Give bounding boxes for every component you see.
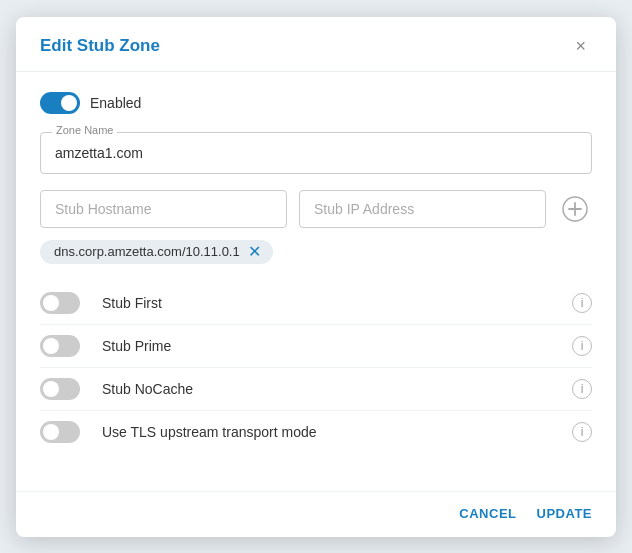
tls-upstream-label: Use TLS upstream transport mode	[102, 424, 558, 440]
enabled-toggle[interactable]	[40, 92, 80, 114]
stub-first-row: Stub First i	[40, 282, 592, 324]
stub-nocache-row: Stub NoCache i	[40, 367, 592, 410]
stub-prime-toggle[interactable]	[40, 335, 80, 357]
tls-upstream-slider	[40, 421, 80, 443]
stub-ip-input[interactable]	[299, 190, 546, 228]
enabled-toggle-row: Enabled	[40, 92, 592, 114]
edit-stub-zone-dialog: Edit Stub Zone × Enabled Zone Name	[16, 17, 616, 537]
add-stub-button[interactable]	[558, 192, 592, 226]
dialog-footer: CANCEL UPDATE	[16, 491, 616, 537]
chip-label: dns.corp.amzetta.com/10.11.0.1	[54, 244, 240, 259]
stub-nocache-toggle[interactable]	[40, 378, 80, 400]
stub-first-slider	[40, 292, 80, 314]
stub-prime-row: Stub Prime i	[40, 324, 592, 367]
stub-nocache-label: Stub NoCache	[102, 381, 558, 397]
stub-first-info-icon[interactable]: i	[572, 293, 592, 313]
stub-nocache-slider	[40, 378, 80, 400]
tls-upstream-row: Use TLS upstream transport mode i	[40, 410, 592, 453]
close-button[interactable]: ×	[569, 35, 592, 57]
enabled-label: Enabled	[90, 95, 141, 111]
hostname-ip-row	[40, 190, 592, 228]
stub-nocache-info-icon[interactable]: i	[572, 379, 592, 399]
chips-row: dns.corp.amzetta.com/10.11.0.1 ✕	[40, 240, 592, 264]
dialog-body: Enabled Zone Name dns.corp.amzetta.com/1…	[16, 72, 616, 491]
update-button[interactable]: UPDATE	[537, 506, 592, 521]
zone-name-wrapper: Zone Name	[40, 132, 592, 174]
tls-upstream-toggle[interactable]	[40, 421, 80, 443]
stub-prime-slider	[40, 335, 80, 357]
dialog-header: Edit Stub Zone ×	[16, 17, 616, 72]
stub-prime-label: Stub Prime	[102, 338, 558, 354]
options-section: Stub First i Stub Prime i Stub NoCache	[40, 282, 592, 453]
add-icon	[562, 196, 588, 222]
stub-prime-info-icon[interactable]: i	[572, 336, 592, 356]
zone-name-label: Zone Name	[52, 124, 117, 136]
stub-hostname-input[interactable]	[40, 190, 287, 228]
tls-upstream-info-icon[interactable]: i	[572, 422, 592, 442]
stub-first-label: Stub First	[102, 295, 558, 311]
zone-name-input[interactable]	[40, 132, 592, 174]
stub-first-toggle[interactable]	[40, 292, 80, 314]
toggle-slider	[40, 92, 80, 114]
dialog-title: Edit Stub Zone	[40, 36, 160, 56]
cancel-button[interactable]: CANCEL	[459, 506, 516, 521]
chip-remove-button[interactable]: ✕	[246, 244, 263, 260]
stub-chip: dns.corp.amzetta.com/10.11.0.1 ✕	[40, 240, 273, 264]
